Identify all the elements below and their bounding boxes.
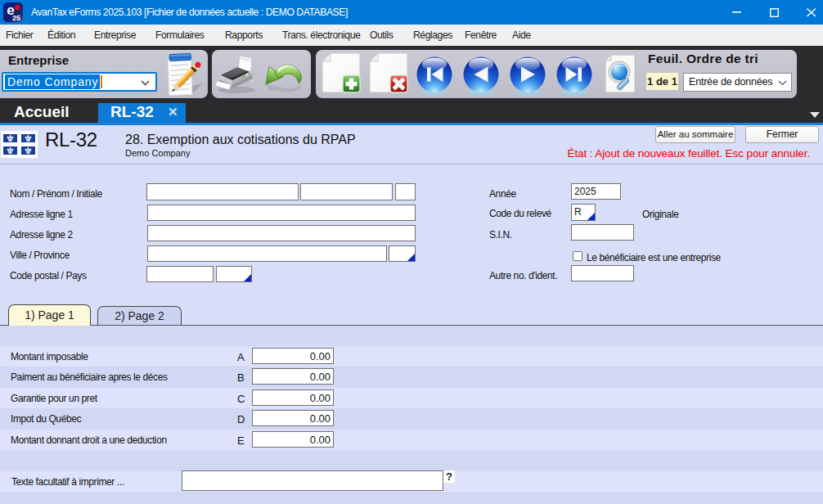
svg-text:25: 25: [12, 14, 20, 22]
